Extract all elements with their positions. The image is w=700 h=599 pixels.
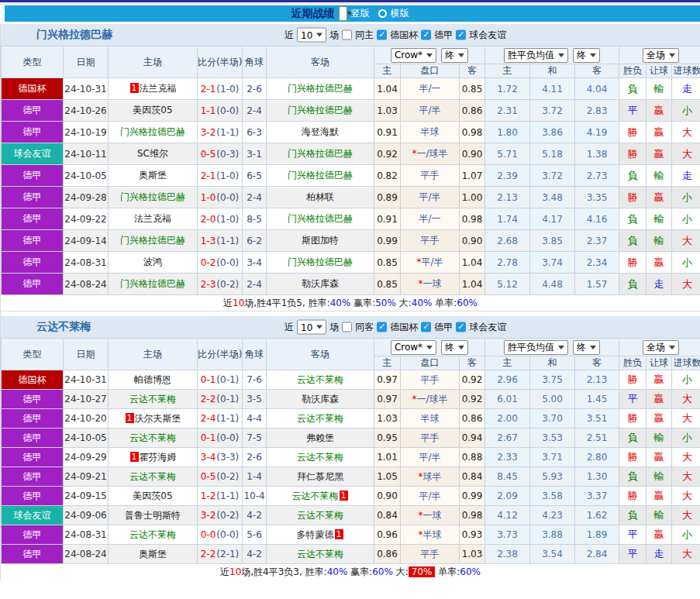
same-venue-label[interactable]: 同主 — [355, 29, 374, 42]
filter-bar: 近 10 场 同客 德国杯 德甲 球会友谊 — [284, 320, 506, 335]
corner-cell: 2-6 — [243, 448, 267, 467]
avg-draw-cell: 3.72 — [530, 100, 575, 122]
near-label: 近 — [284, 29, 294, 42]
away-team-cell: 门兴格拉德巴赫 — [267, 208, 374, 230]
odds-company-select[interactable]: Crow* — [391, 340, 436, 355]
cup-checkbox[interactable] — [377, 30, 387, 40]
cup-label[interactable]: 德国杯 — [390, 29, 418, 42]
result-goals-cell: 大 — [672, 448, 700, 467]
vertical-layout-radio[interactable] — [339, 6, 347, 21]
team-name: 柏林联 — [306, 191, 334, 202]
cup-checkbox[interactable] — [377, 322, 387, 332]
scope-select[interactable]: 全场 — [643, 340, 679, 355]
away-team-cell: 门兴格拉德巴赫 — [267, 100, 374, 122]
result-handicap-cell: 贏 — [647, 143, 672, 165]
team-name: 云达不莱梅 — [129, 529, 176, 540]
result-handicap-cell: 走 — [647, 274, 672, 295]
result-wdl-cell: 勝 — [619, 187, 647, 208]
avg-draw-cell: 3.70 — [530, 409, 575, 429]
handicap-text: 半/一 — [419, 83, 440, 94]
corner-cell: 6-3 — [243, 122, 267, 143]
team-name: 法兰克福 — [134, 213, 171, 224]
same-venue-checkbox[interactable] — [342, 30, 352, 40]
league-checkbox[interactable] — [421, 30, 431, 40]
avg-select[interactable]: 胜平负均值 — [504, 48, 568, 63]
avg-group-header: 胜平负均值 终 — [485, 339, 619, 356]
vertical-layout-label[interactable]: 竖版 — [351, 7, 370, 20]
sub-avg-draw: 和 — [530, 64, 575, 78]
league-label[interactable]: 德甲 — [434, 321, 453, 334]
avg-home-cell: 1.74 — [485, 208, 530, 230]
scope-select[interactable]: 全场 — [643, 48, 679, 63]
team-name: 多特蒙德 — [297, 529, 334, 540]
fulltime-score: 2-2 — [201, 394, 216, 404]
odds-final-select[interactable]: 终 — [441, 48, 468, 63]
red-card-badge: 1 — [126, 413, 134, 423]
match-row: 德国杯24-10-311法兰克福2-1(1-0)2-6门兴格拉德巴赫1.04半/… — [2, 78, 700, 100]
date-cell: 24-10-31 — [64, 78, 109, 100]
league-label[interactable]: 德甲 — [434, 29, 453, 42]
handicap-text: 平/半 — [419, 191, 440, 202]
same-venue-label[interactable]: 同客 — [355, 321, 374, 334]
league-cell: 德甲 — [2, 187, 64, 208]
recent-count-select[interactable]: 10 — [297, 320, 326, 335]
odds-company-select[interactable]: Crow* — [391, 48, 436, 63]
avg-final-select[interactable]: 终 — [573, 340, 600, 355]
friendly-checkbox[interactable] — [456, 30, 466, 40]
sub-avg-away: 客 — [575, 64, 619, 78]
friendly-checkbox[interactable] — [456, 322, 466, 332]
avg-away-cell: 2.80 — [575, 448, 619, 467]
handicap-text: 一/球半 — [416, 394, 447, 404]
halftime-score: (0-3) — [216, 149, 239, 160]
recent-count-select[interactable]: 10 — [297, 28, 326, 43]
near-label: 近 — [284, 321, 294, 334]
match-row: 球会友谊24-09-06普鲁士明斯特3-2(0-2)4-2云达不莱梅0.84*一… — [2, 506, 700, 525]
odds-home-cell: 0.91 — [374, 208, 401, 230]
horizontal-layout-label[interactable]: 横版 — [391, 7, 409, 20]
odds-away-cell: 0.92 — [460, 370, 485, 390]
result-wdl-cell: 勝 — [619, 409, 647, 429]
horizontal-layout-radio[interactable] — [378, 9, 387, 18]
result-goals-cell: 大 — [672, 545, 700, 564]
avg-home-cell: 5.71 — [485, 143, 530, 165]
league-cell: 德甲 — [2, 274, 64, 295]
avg-final-select[interactable]: 终 — [573, 48, 600, 63]
team-name: 帕德博恩 — [134, 374, 171, 385]
red-card-badge: 1 — [130, 452, 139, 462]
cup-label[interactable]: 德国杯 — [390, 321, 418, 334]
team-name: 门兴格拉德巴赫 — [120, 191, 185, 202]
away-team-cell: 柏林联 — [267, 187, 374, 208]
team-name: 勒沃库森 — [302, 394, 339, 404]
summary-line-1: 近10场,胜4平1负5, 胜率:40% 赢率:50% 大:40% 单率:60% — [1, 295, 700, 311]
friendly-label[interactable]: 球会友谊 — [469, 29, 506, 42]
corner-cell: 3-1 — [243, 143, 267, 165]
halftime-score: (0-1) — [216, 374, 239, 385]
handicap-cell: *一/球半 — [401, 143, 460, 165]
away-team-cell: 云达不莱梅1 — [267, 487, 374, 506]
home-team-cell: 普鲁士明斯特 — [109, 506, 198, 525]
odds-company-value: Crow* — [395, 342, 422, 353]
section-separator — [1, 311, 700, 316]
games-label: 场 — [329, 29, 339, 42]
avg-select[interactable]: 胜平负均值 — [504, 340, 568, 355]
league-checkbox[interactable] — [421, 322, 431, 332]
score-cell: 2-4(1-1) — [198, 409, 243, 429]
avg-away-cell: 1.57 — [575, 274, 619, 295]
halftime-score: (0-2) — [216, 279, 239, 290]
halftime-score: (1-1) — [216, 491, 239, 501]
col-score: 比分(半场) — [198, 339, 243, 370]
foot-near: 近 — [220, 566, 229, 577]
home-team-cell: 美因茨05 — [109, 100, 198, 122]
col-corner: 角球 — [243, 46, 267, 78]
away-team-cell: 多特蒙德1 — [267, 525, 374, 545]
avg-draw-cell: 5.00 — [530, 390, 575, 409]
result-handicap-cell: 輸 — [647, 429, 672, 448]
red-card-badge: 1 — [335, 529, 343, 539]
odds-final-select[interactable]: 终 — [441, 340, 468, 355]
avg-home-cell: 5.12 — [485, 274, 530, 295]
home-team-cell: 云达不莱梅 — [109, 429, 198, 448]
same-venue-checkbox[interactable] — [342, 322, 352, 332]
corner-cell: 2-4 — [243, 100, 267, 122]
friendly-label[interactable]: 球会友谊 — [469, 321, 506, 334]
date-cell: 24-09-06 — [64, 506, 109, 525]
